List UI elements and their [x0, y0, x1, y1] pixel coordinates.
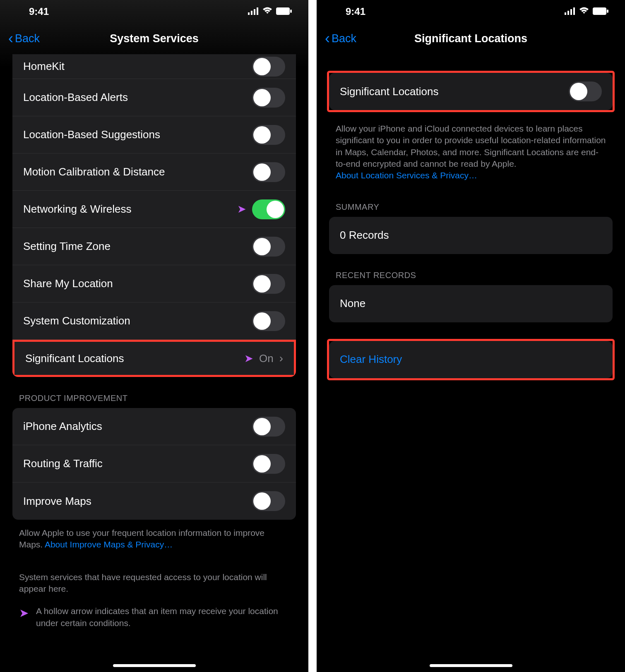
row-summary: 0 Records: [329, 217, 613, 254]
row-routing-traffic[interactable]: Routing & Traffic: [12, 445, 296, 482]
desc-body: Allow your iPhone and iCloud connected d…: [336, 124, 606, 168]
row-iphone-analytics[interactable]: iPhone Analytics: [12, 408, 296, 445]
svg-rect-0: [248, 12, 250, 15]
row-label: Networking & Wireless: [23, 203, 132, 216]
row-label: Improve Maps: [23, 495, 91, 508]
toggle-system-customization[interactable]: [252, 311, 285, 331]
row-label: System Customization: [23, 314, 130, 327]
battery-icon: [593, 6, 608, 17]
summary-value: 0 Records: [340, 229, 389, 242]
row-homekit[interactable]: HomeKit: [12, 54, 296, 79]
toggle-iphone-analytics[interactable]: [252, 417, 285, 437]
row-location-alerts[interactable]: Location-Based Alerts: [12, 79, 296, 116]
location-arrow-icon: ➤: [244, 352, 253, 365]
hollow-arrow-icon: ➤: [19, 605, 29, 621]
footer-hollow-arrow: ➤ A hollow arrow indicates that an item …: [0, 595, 308, 629]
right-screenshot: 9:41 ‹ Back Significant Locations Signif…: [317, 0, 625, 672]
row-share-my-location[interactable]: Share My Location: [12, 265, 296, 302]
recent-value: None: [340, 297, 365, 310]
status-icons: [248, 6, 292, 17]
svg-rect-4: [276, 7, 290, 15]
toggle-improve-maps[interactable]: [252, 491, 285, 511]
toggle-motion-calibration[interactable]: [252, 162, 285, 182]
link-improve-maps-privacy[interactable]: About Improve Maps & Privacy…: [45, 540, 173, 549]
footer-improve-maps: Allow Apple to use your frequent locatio…: [0, 520, 308, 551]
row-improve-maps[interactable]: Improve Maps: [12, 482, 296, 520]
back-chevron-icon: ‹: [325, 31, 330, 46]
chevron-right-icon: ›: [279, 352, 283, 365]
row-label: Share My Location: [23, 277, 113, 290]
status-icons: [565, 6, 608, 17]
wifi-icon: [262, 6, 273, 17]
svg-rect-6: [565, 12, 566, 15]
row-clear-history[interactable]: Clear History: [329, 341, 613, 378]
section-header-recent: RECENT RECORDS: [317, 254, 625, 285]
back-label: Back: [15, 32, 40, 45]
row-significant-locations[interactable]: Significant Locations ➤ On ›: [12, 340, 296, 377]
footer-text-3: A hollow arrow indicates that an item ma…: [36, 605, 289, 629]
summary-group: 0 Records: [329, 217, 613, 254]
status-time: 9:41: [29, 6, 49, 17]
back-label: Back: [332, 32, 356, 45]
svg-rect-1: [251, 11, 252, 15]
row-label: Setting Time Zone: [23, 240, 111, 253]
row-label: Motion Calibration & Distance: [23, 166, 165, 178]
svg-rect-9: [573, 7, 575, 15]
svg-rect-10: [593, 7, 606, 15]
toggle-homekit[interactable]: [252, 57, 285, 77]
back-button[interactable]: ‹ Back: [325, 31, 356, 46]
toggle-routing-traffic[interactable]: [252, 454, 285, 474]
row-motion-calibration[interactable]: Motion Calibration & Distance: [12, 154, 296, 191]
clear-history-label: Clear History: [340, 353, 402, 366]
home-indicator[interactable]: [113, 664, 196, 667]
row-location-suggestions[interactable]: Location-Based Suggestions: [12, 116, 296, 154]
row-label: HomeKit: [23, 60, 65, 73]
signal-icon: [565, 6, 575, 17]
row-significant-locations-toggle[interactable]: Significant Locations: [329, 73, 613, 110]
toggle-location-suggestions[interactable]: [252, 125, 285, 145]
recent-group: None: [329, 285, 613, 322]
svg-rect-11: [607, 10, 608, 13]
status-time: 9:41: [346, 6, 365, 17]
row-value: On: [259, 352, 274, 365]
svg-rect-8: [570, 9, 572, 15]
row-networking-wireless[interactable]: Networking & Wireless ➤: [12, 191, 296, 228]
section-header-summary: SUMMARY: [317, 182, 625, 217]
link-location-privacy[interactable]: About Location Services & Privacy…: [336, 170, 477, 180]
sig-loc-toggle-group: Significant Locations: [329, 73, 613, 110]
page-title: Significant Locations: [317, 32, 625, 45]
toggle-networking-wireless[interactable]: [252, 199, 285, 219]
services-list: HomeKit Location-Based Alerts Location-B…: [12, 54, 296, 377]
highlight-box: Significant Locations: [327, 71, 615, 112]
row-label: iPhone Analytics: [23, 420, 102, 433]
nav-bar: ‹ Back Significant Locations: [317, 23, 625, 54]
clear-history-group: Clear History: [329, 341, 613, 378]
status-bar: 9:41: [317, 0, 625, 23]
product-improvement-list: iPhone Analytics Routing & Traffic Impro…: [12, 408, 296, 520]
home-indicator[interactable]: [430, 664, 512, 667]
row-label: Significant Locations: [340, 85, 438, 98]
row-label: Location-Based Suggestions: [23, 128, 160, 141]
battery-icon: [276, 6, 292, 17]
row-system-customization[interactable]: System Customization: [12, 302, 296, 340]
toggle-location-alerts[interactable]: [252, 88, 285, 108]
toggle-setting-timezone[interactable]: [252, 237, 285, 257]
footer-system-services: System services that have requested acce…: [0, 551, 308, 595]
back-chevron-icon: ‹: [8, 31, 13, 46]
svg-rect-2: [254, 9, 255, 15]
back-button[interactable]: ‹ Back: [8, 31, 40, 46]
row-label: Location-Based Alerts: [23, 91, 128, 104]
status-bar: 9:41: [0, 0, 308, 23]
toggle-significant-locations[interactable]: [569, 82, 602, 101]
svg-rect-3: [257, 7, 258, 15]
nav-bar: ‹ Back System Services: [0, 23, 308, 54]
row-label: Routing & Traffic: [23, 457, 103, 470]
svg-rect-7: [567, 11, 569, 15]
section-header-product-improvement: PRODUCT IMPROVEMENT: [0, 377, 308, 408]
signal-icon: [248, 6, 259, 17]
highlight-box-clear: Clear History: [327, 339, 615, 380]
row-setting-timezone[interactable]: Setting Time Zone: [12, 228, 296, 265]
toggle-share-my-location[interactable]: [252, 274, 285, 294]
row-recent: None: [329, 285, 613, 322]
left-screenshot: 9:41 ‹ Back System Services HomeKit Loca…: [0, 0, 308, 672]
